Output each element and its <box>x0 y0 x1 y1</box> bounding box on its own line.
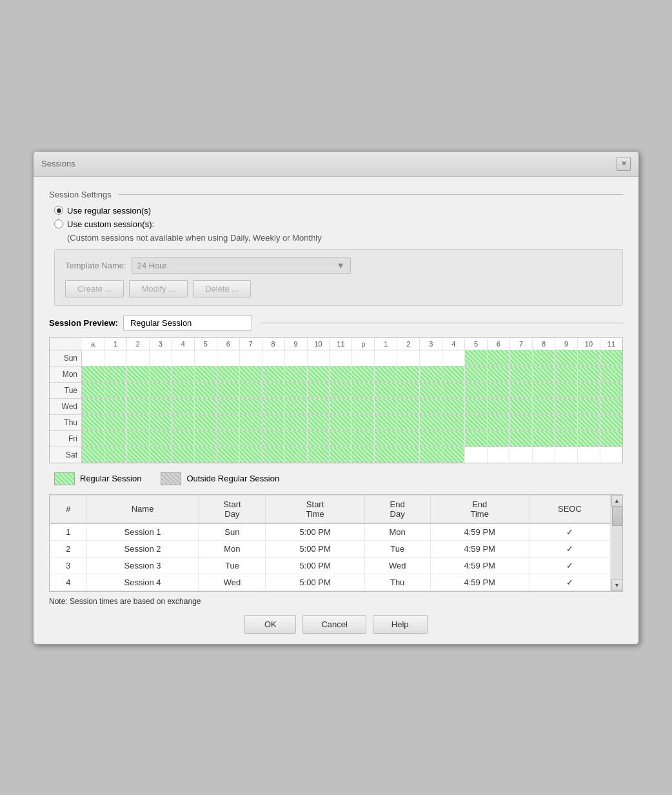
grid-cell[interactable] <box>217 367 239 382</box>
grid-cell[interactable] <box>329 383 351 398</box>
grid-cell[interactable] <box>487 415 509 430</box>
grid-cell[interactable] <box>307 447 330 463</box>
grid-cell[interactable] <box>82 383 104 398</box>
grid-cell[interactable] <box>600 399 622 414</box>
grid-cell[interactable] <box>104 367 126 382</box>
grid-cell[interactable] <box>532 415 555 430</box>
grid-cell[interactable] <box>239 367 262 382</box>
grid-cell[interactable] <box>329 415 351 430</box>
grid-cell[interactable] <box>419 350 442 366</box>
grid-cell[interactable] <box>126 350 149 366</box>
grid-cell[interactable] <box>487 447 509 463</box>
grid-cell[interactable] <box>555 367 577 382</box>
grid-cell[interactable] <box>577 399 600 414</box>
grid-cell[interactable] <box>464 383 487 398</box>
grid-cell[interactable] <box>374 350 397 366</box>
radio-custom-input[interactable] <box>54 219 63 228</box>
grid-cell[interactable] <box>104 399 126 414</box>
grid-cell[interactable] <box>374 415 397 430</box>
grid-cell[interactable] <box>194 447 217 463</box>
grid-cell[interactable] <box>217 383 239 398</box>
grid-cell[interactable] <box>464 350 487 366</box>
radio-regular-session[interactable]: Use regular session(s) <box>54 206 623 216</box>
grid-cell[interactable] <box>262 415 284 430</box>
grid-cell[interactable] <box>307 383 330 398</box>
grid-cell[interactable] <box>284 367 307 382</box>
grid-cell[interactable] <box>351 350 374 366</box>
grid-cell[interactable] <box>509 367 532 382</box>
grid-cell[interactable] <box>419 383 442 398</box>
grid-cell[interactable] <box>509 415 532 430</box>
modify-button[interactable]: Modify ... <box>129 280 188 297</box>
grid-cell[interactable] <box>577 383 600 398</box>
grid-cell[interactable] <box>262 431 284 447</box>
grid-cell[interactable] <box>600 367 622 382</box>
grid-cell[interactable] <box>351 431 374 447</box>
scroll-thumb[interactable] <box>612 507 622 526</box>
grid-cell[interactable] <box>509 431 532 447</box>
grid-cell[interactable] <box>172 383 194 398</box>
grid-cell[interactable] <box>239 399 262 414</box>
grid-cell[interactable] <box>194 431 217 447</box>
table-row[interactable]: 3Session 3Tue5:00 PMWed4:59 PM✓ <box>50 557 611 574</box>
grid-cell[interactable] <box>351 383 374 398</box>
grid-cell[interactable] <box>239 415 262 430</box>
grid-cell[interactable] <box>555 383 577 398</box>
grid-cell[interactable] <box>262 350 284 366</box>
delete-button[interactable]: Delete ... <box>193 280 251 297</box>
close-button[interactable]: ✕ <box>617 157 631 171</box>
grid-cell[interactable] <box>374 431 397 447</box>
grid-cell[interactable] <box>351 367 374 382</box>
grid-cell[interactable] <box>284 431 307 447</box>
grid-cell[interactable] <box>172 399 194 414</box>
grid-cell[interactable] <box>194 367 217 382</box>
grid-cell[interactable] <box>149 447 172 463</box>
grid-cell[interactable] <box>464 367 487 382</box>
grid-cell[interactable] <box>284 350 307 366</box>
grid-cell[interactable] <box>442 399 464 414</box>
grid-cell[interactable] <box>487 399 509 414</box>
grid-cell[interactable] <box>397 350 419 366</box>
grid-cell[interactable] <box>442 383 464 398</box>
grid-cell[interactable] <box>374 399 397 414</box>
scroll-down-button[interactable]: ▼ <box>611 579 623 591</box>
grid-cell[interactable] <box>307 415 330 430</box>
grid-cell[interactable] <box>464 447 487 463</box>
grid-cell[interactable] <box>600 447 622 463</box>
grid-cell[interactable] <box>307 399 330 414</box>
grid-cell[interactable] <box>104 350 126 366</box>
grid-cell[interactable] <box>577 447 600 463</box>
grid-cell[interactable] <box>149 399 172 414</box>
grid-cell[interactable] <box>329 447 351 463</box>
grid-cell[interactable] <box>217 350 239 366</box>
grid-cell[interactable] <box>419 367 442 382</box>
grid-cell[interactable] <box>555 431 577 447</box>
grid-cell[interactable] <box>397 415 419 430</box>
grid-cell[interactable] <box>329 367 351 382</box>
grid-cell[interactable] <box>194 383 217 398</box>
grid-cell[interactable] <box>104 431 126 447</box>
grid-cell[interactable] <box>509 399 532 414</box>
cancel-button[interactable]: Cancel <box>302 615 366 634</box>
grid-cell[interactable] <box>397 447 419 463</box>
grid-cell[interactable] <box>329 431 351 447</box>
grid-cell[interactable] <box>419 431 442 447</box>
grid-cell[interactable] <box>217 399 239 414</box>
grid-cell[interactable] <box>532 350 555 366</box>
grid-cell[interactable] <box>172 447 194 463</box>
grid-cell[interactable] <box>82 447 104 463</box>
grid-cell[interactable] <box>600 415 622 430</box>
grid-cell[interactable] <box>307 350 330 366</box>
grid-cell[interactable] <box>442 415 464 430</box>
grid-cell[interactable] <box>397 431 419 447</box>
grid-cell[interactable] <box>577 415 600 430</box>
grid-cell[interactable] <box>126 447 149 463</box>
grid-cell[interactable] <box>104 447 126 463</box>
ok-button[interactable]: OK <box>244 615 296 634</box>
scroll-up-button[interactable]: ▲ <box>611 495 623 507</box>
help-button[interactable]: Help <box>373 615 428 634</box>
grid-cell[interactable] <box>532 367 555 382</box>
grid-cell[interactable] <box>464 431 487 447</box>
grid-cell[interactable] <box>307 367 330 382</box>
grid-cell[interactable] <box>262 367 284 382</box>
